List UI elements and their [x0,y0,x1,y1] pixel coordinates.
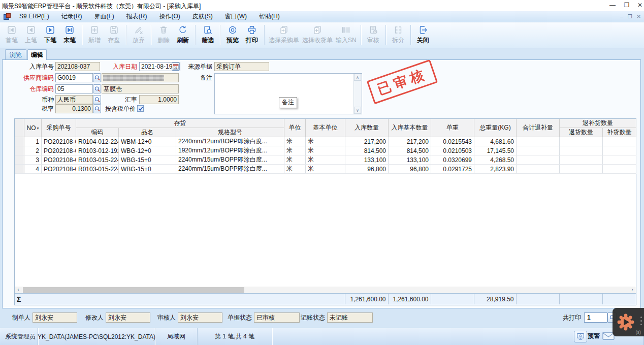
grid-cell[interactable]: 133,100 [389,155,431,165]
recorder-overlay-widget[interactable]: (s) [613,308,644,336]
grid-cell[interactable]: 2240mm/12um/BOPP即涂白度... [176,137,284,146]
grid-cell[interactable] [560,137,603,146]
mdi-close-icon[interactable]: ✕ [637,14,641,19]
grid-cell[interactable]: 米 [306,165,345,174]
mdi-minimize-icon[interactable]: – [620,14,623,19]
grid-cell[interactable]: 217,200 [389,137,431,146]
tax-rate-lookup-button[interactable] [93,104,101,113]
hscroll-thumb[interactable] [23,287,244,293]
toolbar-button-del[interactable]: 删除 [154,23,173,48]
grid-cell[interactable]: PO202108-0... [42,165,76,174]
menu-item-6[interactable]: 窗口(W) [219,11,253,22]
toolbar-button-save[interactable]: 存盘 [104,23,123,48]
grid-cell[interactable]: 814,500 [345,146,389,155]
toolbar-button-barcode[interactable]: 输入SN [334,23,358,48]
grid-cell[interactable]: 96,800 [345,165,389,174]
toolbar-button-next[interactable]: 下笔 [41,23,60,48]
toolbar-button-first[interactable]: 首笔 [2,23,21,48]
grid-cell[interactable] [517,137,560,146]
grid-row-3[interactable]: 3PO202108-0...R0103-015-2240-00WBG-15+02… [15,155,636,165]
grid-cell[interactable]: 米 [306,155,345,165]
grid-cell[interactable]: 4 [24,165,42,174]
grid-cell[interactable]: R0103-015-2240-00 [76,165,119,174]
warehouse-code-input[interactable]: 05 [55,84,93,93]
scroll-right-icon[interactable]: › [629,287,636,294]
grid-cell[interactable]: 2,823.90 [474,165,517,174]
grid-cell[interactable]: 米 [306,146,345,155]
tab-browse[interactable]: 浏览 [5,49,26,59]
tax-inclusive-checkbox[interactable] [137,105,144,112]
grid-cell[interactable]: 0.0210503 [431,146,474,155]
grid-cell[interactable] [560,146,603,155]
grid-cell[interactable]: 1 [24,137,42,146]
grid-row-2[interactable]: 2PO202108-0...R0103-012-1920-00WBG-12+01… [15,146,636,155]
close-icon[interactable]: ✕ [633,0,644,11]
toolbar-button-split[interactable]: 拆分 [389,23,408,48]
grid-cell[interactable]: 3 [24,155,42,165]
print-count-input[interactable]: 1 [584,312,607,323]
supplier-code-input[interactable]: G0019 [55,73,93,82]
grid-cell[interactable] [517,165,560,174]
grid-row-1[interactable]: 1PO202108-0...R0104-012-2240-00WBM-12+02… [15,137,636,146]
toolbar-button-print[interactable]: 打印 [242,23,262,48]
grid-cell[interactable]: 2 [24,146,42,155]
grid-cell[interactable]: PO202108-0... [42,137,76,146]
toolbar-button-selectdoc[interactable]: 选择收货单 [301,23,334,48]
grid-cell[interactable]: 2240mm/15um/BOPP即涂白度... [176,165,284,174]
toolbar-button-audit[interactable]: 审核 [364,23,383,48]
currency-lookup-button[interactable] [93,95,101,104]
grid-cell[interactable]: 17,145.50 [474,146,517,155]
grid-cell[interactable]: WBM-12+0 [119,137,176,146]
grid-cell[interactable]: WBG-15+0 [119,165,176,174]
grid-hscrollbar[interactable]: ‹ › [15,287,636,294]
grid-cell[interactable]: 4,681.60 [474,137,517,146]
grid-cell[interactable]: 133,100 [345,155,389,165]
tab-edit[interactable]: 编辑 [27,49,47,60]
grid-cell[interactable] [603,146,636,155]
grid-cell[interactable]: 米 [284,137,306,146]
grid-cell[interactable]: R0104-012-2240-00 [76,137,119,146]
menu-item-1[interactable]: 记录(R) [55,11,88,22]
grid-cell[interactable]: 217,200 [345,137,389,146]
warehouse-lookup-button[interactable] [93,84,101,93]
restore-icon[interactable]: ❐ [620,0,634,11]
grid-cell[interactable]: 814,500 [389,146,431,155]
grid-cell[interactable]: WBG-15+0 [119,155,176,165]
grid-cell[interactable] [517,155,560,165]
grid-cell[interactable]: 0.0291725 [431,165,474,174]
toolbar-button-discard[interactable]: 放弃 [129,23,148,48]
supplier-lookup-button[interactable] [93,73,101,82]
remark-scrollbar[interactable]: ∧ ∨ [353,74,362,114]
grid-cell[interactable]: PO202108-0... [42,146,76,155]
menu-item-0[interactable]: S9 ERP(E) [13,11,55,22]
grid-cell[interactable]: PO202108-0... [42,155,76,165]
grid-cell[interactable]: 2240mm/15um/BOPP即涂白度... [176,155,284,165]
toolbar-button-closeform[interactable]: 关闭 [413,23,433,48]
grid-cell[interactable]: WBG-12+0 [119,146,176,155]
toolbar-button-selectdoc[interactable]: 选择采购单 [267,23,301,48]
toolbar-button-last[interactable]: 末笔 [60,23,79,48]
grid-cell[interactable] [560,155,603,165]
scroll-left-icon[interactable]: ‹ [15,287,22,294]
toolbar-button-refresh[interactable]: 刷新 [173,23,192,48]
grid-row-4[interactable]: 4PO202108-0...R0103-015-2240-00WBG-15+02… [15,165,636,174]
grid-cell[interactable]: 米 [306,137,345,146]
menu-item-3[interactable]: 报表(R) [120,11,153,22]
minimize-icon[interactable]: — [605,0,620,11]
grid-cell[interactable] [603,155,636,165]
grid-cell[interactable]: 1920mm/12um/BOPP即涂白度... [176,146,284,155]
grid-cell[interactable]: 米 [284,146,306,155]
grid-cell[interactable]: 米 [284,165,306,174]
menu-item-5[interactable]: 皮肤(S) [186,11,219,22]
toolbar-button-filter[interactable]: 筛选 [198,23,217,48]
grid-cell[interactable]: 4,268.50 [474,155,517,165]
toolbar-button-prev[interactable]: 上笔 [21,23,41,48]
overlay-menu-dots-icon[interactable] [640,317,642,325]
menu-item-2[interactable]: 界面(F) [88,11,120,22]
grid-cell[interactable]: R0103-012-1920-00 [76,146,119,155]
mdi-restore-icon[interactable]: ❐ [628,14,632,19]
menu-item-4[interactable]: 操作(O) [153,11,186,22]
grid-cell[interactable]: 0.0320699 [431,155,474,165]
toolbar-button-preview[interactable]: 预览 [223,23,242,48]
grid-cell[interactable]: 0.0215543 [431,137,474,146]
